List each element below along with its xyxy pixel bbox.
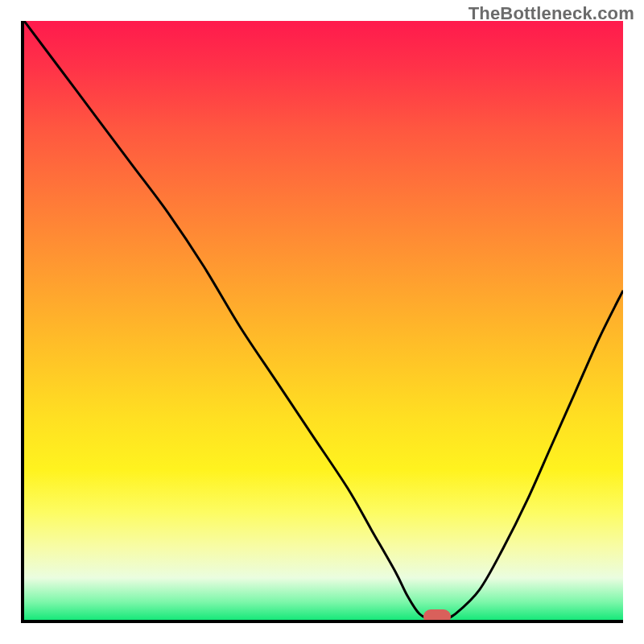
chart-canvas: TheBottleneck.com — [0, 0, 644, 644]
bottleneck-curve — [24, 21, 623, 620]
plot-area — [21, 21, 623, 623]
curve-path — [24, 21, 623, 620]
optimal-marker — [423, 609, 451, 623]
